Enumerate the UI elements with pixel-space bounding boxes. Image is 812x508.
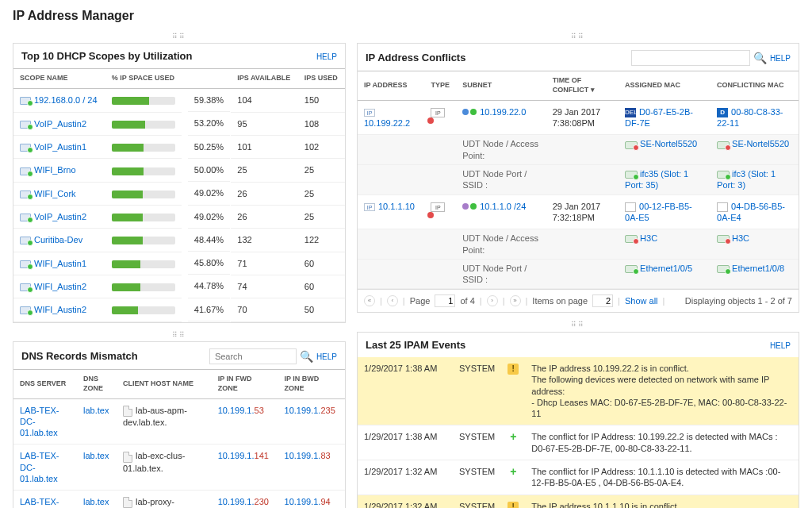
ip-fwd-link[interactable]: 10.199.1.53: [218, 406, 264, 415]
col-dns-zone[interactable]: DNS ZONE: [77, 370, 117, 398]
help-link[interactable]: HELP: [770, 53, 791, 64]
dns-search-input[interactable]: [209, 348, 297, 364]
scope-link[interactable]: VoIP_Austin2: [34, 212, 86, 221]
usage-bar: [112, 121, 175, 129]
last-page-button[interactable]: »: [510, 295, 521, 306]
usage-percent: 49.02%: [188, 182, 230, 205]
show-all-link[interactable]: Show all: [625, 295, 658, 306]
col-client-host[interactable]: CLIENT HOST NAME: [117, 370, 212, 398]
scope-link[interactable]: WIFI_Austin2: [34, 282, 86, 291]
conflicting-device-link[interactable]: SE-Nortel5520: [732, 139, 789, 148]
col-ips-used[interactable]: IPS USED: [298, 69, 345, 89]
scope-link[interactable]: WIFI_Cork: [34, 189, 76, 198]
ip-address-link[interactable]: 10.199.22.2: [364, 118, 410, 128]
dns-zone-link[interactable]: lab.tex: [83, 406, 109, 415]
ips-available: 26: [231, 206, 298, 229]
col-space-used[interactable]: % IP SPACE USED: [105, 69, 232, 89]
host-icon: [123, 452, 132, 463]
col-time-of-conflict[interactable]: TIME OF CONFLICT ▾: [546, 71, 619, 100]
scope-link[interactable]: WIFI_Austin2: [34, 305, 86, 314]
dns-zone-link[interactable]: lab.tex: [83, 451, 109, 460]
scope-icon: [20, 306, 31, 314]
scope-icon: [20, 97, 31, 105]
device-icon: [625, 141, 638, 149]
scope-icon: [20, 260, 31, 268]
scope-link[interactable]: WIFI_Brno: [34, 165, 76, 175]
conflicts-search-input[interactable]: [631, 50, 750, 66]
search-icon[interactable]: 🔍: [753, 51, 767, 65]
col-type[interactable]: TYPE: [424, 71, 456, 100]
dns-mismatch-panel: DNS Records Mismatch 🔍 HELP DNS SERVER D…: [13, 341, 346, 508]
ip-fwd-link[interactable]: 10.199.1.141: [218, 451, 269, 460]
col-scope-name[interactable]: SCOPE NAME: [13, 69, 105, 89]
ip-bwd-link[interactable]: 10.199.1.94: [285, 497, 331, 506]
drag-handle-icon[interactable]: ⠿⠿: [357, 321, 799, 330]
host-icon: [123, 406, 132, 417]
usage-bar: [112, 167, 175, 175]
assigned-port-link[interactable]: Ethernet1/0/5: [640, 264, 692, 273]
usage-percent: 50.00%: [188, 159, 230, 182]
events-panel-title: Last 25 IPAM Events: [366, 339, 465, 352]
udt-port-label: UDT Node Port / SSID :: [456, 259, 546, 289]
usage-percent: 45.80%: [188, 252, 230, 275]
col-conflicting-mac[interactable]: CONFLICTING MAC: [710, 71, 799, 100]
event-source: SYSTEM: [453, 357, 501, 425]
scope-link[interactable]: VoIP_Austin2: [34, 119, 86, 129]
col-dns-server[interactable]: DNS SERVER: [13, 370, 77, 398]
help-link[interactable]: HELP: [316, 352, 337, 362]
ip-fwd-link[interactable]: 10.199.1.230: [218, 497, 269, 506]
drag-handle-icon[interactable]: ⠿⠿: [357, 33, 799, 42]
scope-icon: [20, 190, 31, 198]
scope-icon: [20, 237, 31, 244]
items-per-page-input[interactable]: [592, 294, 613, 307]
scope-icon: [20, 167, 31, 175]
dns-zone-link[interactable]: lab.tex: [83, 497, 109, 506]
event-time: 1/29/2017 1:32 AM: [358, 460, 453, 495]
subnet-link[interactable]: 10.1.1.0 /24: [480, 202, 526, 211]
ips-available: 132: [231, 229, 298, 252]
ips-available: 104: [231, 89, 298, 113]
event-message: - Dhcp Leases MAC: D0-67-E5-2B-DF-7E, MA…: [531, 397, 792, 420]
scope-link[interactable]: Curitiba-Dev: [34, 235, 82, 244]
scope-link[interactable]: VoIP_Austin1: [34, 142, 86, 152]
ip-bwd-link[interactable]: 10.199.1.83: [285, 451, 331, 460]
device-icon: [625, 235, 638, 243]
ips-available: 74: [231, 275, 298, 298]
drag-handle-icon[interactable]: ⠿⠿: [13, 33, 346, 42]
col-ip-fwd[interactable]: IP IN FWD ZONE: [212, 370, 278, 398]
event-time: 1/29/2017 1:38 AM: [358, 425, 453, 460]
scope-link[interactable]: 192.168.0.0 / 24: [34, 95, 98, 105]
ip-address-link[interactable]: 10.1.1.10: [378, 202, 415, 211]
assigned-device-link[interactable]: H3C: [640, 233, 657, 243]
scope-link[interactable]: WIFI_Austin1: [34, 259, 86, 268]
help-link[interactable]: HELP: [316, 52, 337, 62]
assigned-device-link[interactable]: SE-Nortel5520: [640, 139, 697, 148]
col-assigned-mac[interactable]: ASSIGNED MAC: [619, 71, 710, 100]
subnet-link[interactable]: 10.199.22.0: [480, 107, 526, 117]
col-ip-address[interactable]: IP ADDRESS: [358, 71, 424, 100]
dns-server-link[interactable]: LAB-TEX-DC-01.lab.tex: [20, 406, 59, 438]
conflicting-port-link[interactable]: Ethernet1/0/8: [732, 264, 784, 273]
col-ip-bwd[interactable]: IP IN BWD ZONE: [278, 370, 345, 398]
ip-bwd-link[interactable]: 10.199.1.235: [285, 406, 335, 415]
prev-page-button[interactable]: ‹: [387, 295, 398, 306]
next-page-button[interactable]: ›: [487, 295, 498, 306]
col-subnet[interactable]: SUBNET: [456, 71, 546, 100]
device-icon: [717, 235, 730, 243]
page-input[interactable]: [435, 294, 455, 307]
usage-percent: 44.78%: [188, 275, 230, 298]
vendor-dlink-icon: D: [717, 108, 728, 117]
first-page-button[interactable]: «: [364, 295, 375, 306]
dns-server-link[interactable]: LAB-TEX-DC-01.lab.tex: [20, 451, 59, 483]
event-source: SYSTEM: [453, 495, 501, 508]
drag-handle-icon[interactable]: ⠿⠿: [13, 331, 346, 341]
warning-icon: !: [508, 364, 519, 375]
udt-ap-label: UDT Node / Access Point:: [456, 135, 546, 165]
col-ips-available[interactable]: IPS AVAILABLE: [231, 69, 298, 89]
dns-server-link[interactable]: LAB-TEX-DC-01.lab.tex: [20, 497, 59, 508]
ipam-events-panel: Last 25 IPAM Events HELP 1/29/2017 1:38 …: [357, 332, 799, 508]
udt-port-label: UDT Node Port / SSID :: [456, 165, 546, 195]
help-link[interactable]: HELP: [770, 341, 791, 351]
search-icon[interactable]: 🔍: [300, 349, 313, 364]
conflicting-device-link[interactable]: H3C: [732, 233, 749, 243]
